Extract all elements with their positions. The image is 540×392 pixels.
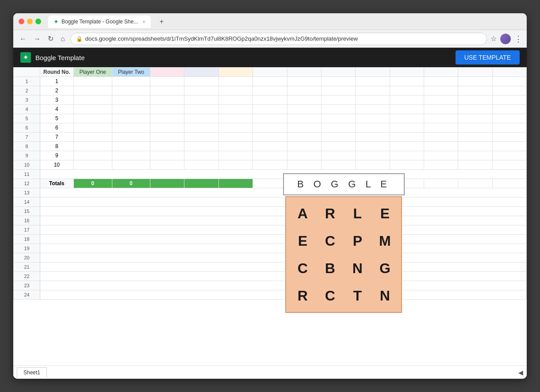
p2-cell[interactable]: [112, 133, 150, 142]
cell-k4[interactable]: [390, 105, 424, 114]
cell-l7[interactable]: [424, 133, 458, 142]
cell-j5[interactable]: [356, 114, 390, 123]
cell-l8[interactable]: [424, 142, 458, 151]
profile-avatar[interactable]: [500, 34, 511, 44]
cell-g1[interactable]: [253, 77, 287, 86]
cell-m8[interactable]: [458, 142, 492, 151]
home-button[interactable]: ⌂: [59, 33, 67, 45]
cell-l6[interactable]: [424, 123, 458, 133]
cell-d4[interactable]: [150, 105, 184, 114]
totals-p1-value[interactable]: 0: [73, 179, 112, 188]
cell-e6[interactable]: [184, 123, 218, 133]
cell-f3[interactable]: [218, 95, 253, 105]
cell-f1[interactable]: [218, 77, 253, 86]
p2-cell[interactable]: [112, 77, 150, 86]
cell-h7[interactable]: [287, 133, 321, 142]
cell-h9[interactable]: [287, 151, 321, 160]
use-template-button[interactable]: USE TEMPLATE: [456, 50, 520, 65]
totals-d[interactable]: [150, 179, 184, 188]
cell-e7[interactable]: [184, 133, 218, 142]
cell-i7[interactable]: [321, 133, 355, 142]
cell-i4[interactable]: [321, 105, 355, 114]
cell-n6[interactable]: [492, 123, 526, 133]
cell-i2[interactable]: [321, 86, 355, 95]
cell-e1[interactable]: [184, 77, 218, 86]
round-cell[interactable]: 3: [40, 95, 74, 105]
bookmark-button[interactable]: ☆: [490, 34, 497, 43]
p2-cell[interactable]: [112, 142, 150, 151]
cell-f8[interactable]: [218, 142, 253, 151]
cell-i9[interactable]: [321, 151, 355, 160]
new-tab-button[interactable]: +: [156, 16, 167, 27]
p1-cell[interactable]: [73, 105, 112, 114]
cell-n8[interactable]: [492, 142, 526, 151]
cell-l4[interactable]: [424, 105, 458, 114]
round-cell[interactable]: 9: [40, 151, 74, 160]
cell-m1[interactable]: [458, 77, 492, 86]
cell-k5[interactable]: [390, 114, 424, 123]
cell-h2[interactable]: [287, 86, 321, 95]
totals-n[interactable]: [492, 179, 526, 188]
cell-i10[interactable]: [321, 160, 355, 170]
p2-cell[interactable]: [112, 95, 150, 105]
round-cell[interactable]: 6: [40, 123, 74, 133]
browser-tab[interactable]: ✦ Boggle Template - Google She... ×: [48, 15, 151, 28]
p2-cell[interactable]: [112, 151, 150, 160]
cell-h5[interactable]: [287, 114, 321, 123]
cell-i3[interactable]: [321, 95, 355, 105]
round-cell[interactable]: 4: [40, 105, 74, 114]
cell-j6[interactable]: [356, 123, 390, 133]
cell-g2[interactable]: [253, 86, 287, 95]
cell-k10[interactable]: [390, 160, 424, 170]
cell-h4[interactable]: [287, 105, 321, 114]
cell-d8[interactable]: [150, 142, 184, 151]
chrome-menu-button[interactable]: ⋮: [514, 34, 522, 44]
minimize-button[interactable]: [27, 19, 33, 24]
cell-n4[interactable]: [492, 105, 526, 114]
cell-m5[interactable]: [458, 114, 492, 123]
round-cell[interactable]: 5: [40, 114, 74, 123]
cell-n3[interactable]: [492, 95, 526, 105]
p1-cell[interactable]: [73, 86, 112, 95]
cell-g9[interactable]: [253, 151, 287, 160]
cell-l1[interactable]: [424, 77, 458, 86]
p1-cell[interactable]: [73, 151, 112, 160]
totals-f[interactable]: [218, 179, 253, 188]
p1-cell[interactable]: [73, 77, 112, 86]
cell-d9[interactable]: [150, 151, 184, 160]
cell-e9[interactable]: [184, 151, 218, 160]
cell-e3[interactable]: [184, 95, 218, 105]
p1-cell[interactable]: [73, 160, 112, 170]
cell-j9[interactable]: [356, 151, 390, 160]
cell-j10[interactable]: [356, 160, 390, 170]
cell-l9[interactable]: [424, 151, 458, 160]
cell-e10[interactable]: [184, 160, 218, 170]
cell-g10[interactable]: [253, 160, 287, 170]
cell-k3[interactable]: [390, 95, 424, 105]
collapse-button[interactable]: ◀: [518, 369, 523, 376]
totals-l[interactable]: [424, 179, 458, 188]
p1-cell[interactable]: [73, 95, 112, 105]
p2-cell[interactable]: [112, 160, 150, 170]
p2-cell[interactable]: [112, 86, 150, 95]
round-cell[interactable]: 1: [40, 77, 74, 86]
cell-j4[interactable]: [356, 105, 390, 114]
cell-i6[interactable]: [321, 123, 355, 133]
totals-e[interactable]: [184, 179, 218, 188]
cell-m2[interactable]: [458, 86, 492, 95]
cell-h10[interactable]: [287, 160, 321, 170]
cell-m3[interactable]: [458, 95, 492, 105]
cell-k2[interactable]: [390, 86, 424, 95]
cell-n5[interactable]: [492, 114, 526, 123]
back-button[interactable]: ←: [18, 33, 28, 45]
cell-d2[interactable]: [150, 86, 184, 95]
round-cell[interactable]: 7: [40, 133, 74, 142]
cell-h8[interactable]: [287, 142, 321, 151]
cell-l5[interactable]: [424, 114, 458, 123]
p1-cell[interactable]: [73, 133, 112, 142]
cell-l2[interactable]: [424, 86, 458, 95]
totals-p2-value[interactable]: 0: [112, 179, 150, 188]
cell-d5[interactable]: [150, 114, 184, 123]
cell-i5[interactable]: [321, 114, 355, 123]
close-button[interactable]: [19, 19, 24, 24]
